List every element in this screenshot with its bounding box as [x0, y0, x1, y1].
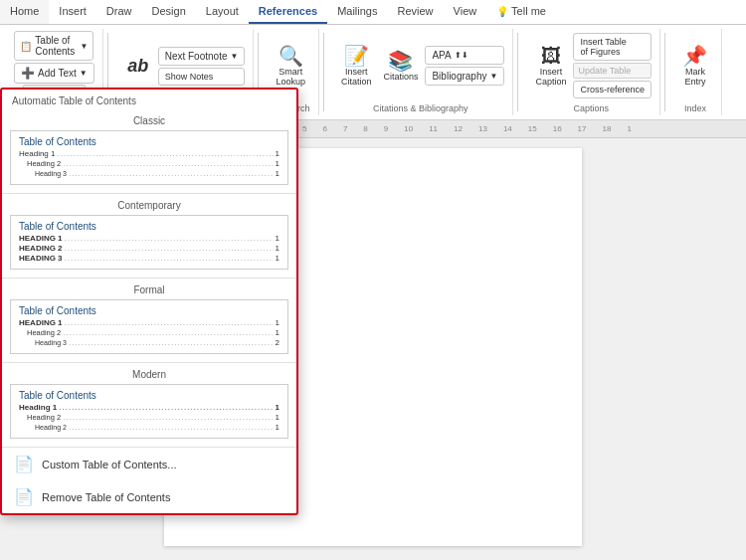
bibliography-button[interactable]: Bibliography ▼ — [425, 67, 504, 86]
show-notes-button[interactable]: Show Notes — [158, 68, 246, 86]
contemporary-line-2: HEADING 2 ..............................… — [19, 244, 280, 253]
insert-citation-button[interactable]: 📝 InsertCitation — [336, 43, 377, 90]
smart-lookup-label: SmartLookup — [276, 67, 305, 87]
contemporary-line-3: HEADING 3 ..............................… — [19, 254, 280, 263]
toc-section-classic: Classic Table of Contents Heading 1 ....… — [2, 109, 296, 193]
tab-draw[interactable]: Draw — [96, 0, 142, 24]
toc-label: Table ofContents — [35, 35, 75, 57]
modern-toc-title: Table of Contents — [19, 390, 280, 401]
tab-mailings[interactable]: Mailings — [327, 0, 387, 24]
toc-button[interactable]: 📋 Table ofContents ▼ — [14, 31, 93, 61]
next-footnote-button[interactable]: Next Footnote ▼ — [158, 47, 246, 66]
footnote-icon: ab — [127, 57, 148, 75]
formal-line-1: HEADING 1 ..............................… — [19, 318, 280, 327]
classic-line-3: Heading 3 ..............................… — [19, 169, 280, 178]
mark-entry-label: MarkEntry — [684, 67, 705, 87]
modern-line-3: Heading 2 ..............................… — [19, 423, 280, 432]
tab-layout[interactable]: Layout — [196, 0, 249, 24]
caption-icon: 🖼 — [541, 46, 561, 66]
classic-line-1: Heading 1 ..............................… — [19, 149, 280, 158]
contemporary-line-1: HEADING 1 ..............................… — [19, 234, 280, 243]
toc-icon: 📋 — [20, 41, 32, 52]
style-selector[interactable]: APA ⬆⬇ — [425, 46, 504, 65]
insert-citation-label: InsertCitation — [341, 67, 372, 87]
style-chevron: ⬆⬇ — [455, 51, 468, 60]
add-text-icon: ➕ — [21, 67, 35, 80]
add-text-button[interactable]: ➕ Add Text ▼ — [14, 63, 94, 84]
remove-toc-icon: 📄 — [14, 487, 34, 506]
custom-toc-icon: 📄 — [14, 455, 34, 473]
tab-view[interactable]: View — [444, 0, 487, 24]
toc-chevron: ▼ — [80, 42, 88, 51]
captions-group-label: Captions — [573, 100, 609, 113]
toc-classic-box[interactable]: Table of Contents Heading 1 ............… — [10, 130, 288, 185]
citations-group-label: Citations & Bibliography — [373, 100, 468, 113]
formal-toc-title: Table of Contents — [19, 305, 280, 316]
formal-label: Formal — [10, 282, 288, 299]
remove-toc-label: Remove Table of Contents — [42, 491, 170, 503]
index-items: 📌 MarkEntry — [677, 31, 713, 100]
formal-line-3: Heading 3 ..............................… — [19, 338, 280, 347]
citation-icon: 📝 — [344, 46, 369, 66]
contemporary-toc-title: Table of Contents — [19, 221, 280, 232]
insert-caption-button[interactable]: 🖼 InsertCaption — [530, 43, 571, 90]
smart-lookup-icon: 🔍 — [279, 46, 303, 66]
bibliography-label: Bibliography — [432, 71, 486, 82]
separator-5 — [664, 33, 665, 111]
toc-section-formal: Formal Table of Contents HEADING 1 .....… — [2, 279, 296, 362]
toc-contemporary-box[interactable]: Table of Contents HEADING 1 ............… — [10, 215, 288, 270]
toc-modern-box[interactable]: Table of Contents Heading 1 ............… — [10, 384, 288, 439]
tab-tell-me[interactable]: 💡 Tell me — [486, 0, 556, 24]
next-footnote-chevron: ▼ — [230, 52, 238, 61]
bib-chevron: ▼ — [490, 72, 498, 81]
mark-entry-icon: 📌 — [682, 46, 707, 66]
modern-label: Modern — [10, 367, 288, 384]
insert-footnote-button[interactable]: ab — [120, 54, 156, 79]
toc-dropdown-panel: Automatic Table of Contents Classic Tabl… — [0, 88, 298, 515]
tab-home[interactable]: Home — [0, 0, 49, 24]
formal-line-2: Heading 2 ..............................… — [19, 328, 280, 337]
classic-label: Classic — [10, 113, 288, 130]
tab-review[interactable]: Review — [388, 0, 444, 24]
classic-line-2: Heading 2 ..............................… — [19, 159, 280, 168]
toc-section-contemporary: Contemporary Table of Contents HEADING 1… — [2, 194, 296, 278]
add-text-chevron: ▼ — [80, 69, 88, 78]
classic-toc-title: Table of Contents — [19, 136, 280, 147]
dropdown-header: Automatic Table of Contents — [2, 90, 296, 109]
tab-references[interactable]: References — [249, 0, 327, 24]
custom-toc-label: Custom Table of Contents... — [42, 459, 177, 470]
custom-toc-action[interactable]: 📄 Custom Table of Contents... — [2, 448, 296, 480]
cross-ref-button[interactable]: Cross-reference — [573, 81, 652, 98]
add-text-label: Add Text — [38, 68, 77, 79]
toc-section-modern: Modern Table of Contents Heading 1 .....… — [2, 363, 296, 447]
group-citations: 📝 InsertCitation 📚 Citations APA ⬆⬇ Bibl… — [328, 29, 514, 115]
remove-toc-action[interactable]: 📄 Remove Table of Contents — [2, 480, 296, 513]
next-footnote-label: Next Footnote — [165, 51, 228, 62]
tab-design[interactable]: Design — [142, 0, 196, 24]
update-table-captions-button[interactable]: Update Table — [573, 63, 652, 79]
smart-lookup-button[interactable]: 🔍 SmartLookup — [271, 43, 310, 90]
captions-items: 🖼 InsertCaption Insert Tableof Figures U… — [530, 31, 652, 100]
separator-4 — [517, 33, 518, 111]
citations-label: Citations — [383, 72, 418, 82]
contemporary-label: Contemporary — [10, 198, 288, 215]
modern-line-2: Heading 2 ..............................… — [19, 413, 280, 422]
citations-icon: 📚 — [388, 51, 413, 71]
separator-3 — [323, 33, 324, 111]
main-area: Automatic Table of Contents Classic Tabl… — [0, 138, 746, 560]
citations-button[interactable]: 📚 Citations — [378, 48, 423, 85]
toc-formal-box[interactable]: Table of Contents HEADING 1 ............… — [10, 299, 288, 354]
tab-insert[interactable]: Insert — [49, 0, 96, 24]
insert-caption-label: InsertCaption — [535, 67, 566, 87]
insert-table-figs-button[interactable]: Insert Tableof Figures — [573, 33, 652, 61]
citations-items: 📝 InsertCitation 📚 Citations APA ⬆⬇ Bibl… — [336, 31, 505, 100]
group-captions: 🖼 InsertCaption Insert Tableof Figures U… — [522, 29, 660, 115]
style-label: APA — [432, 50, 451, 61]
mark-entry-button[interactable]: 📌 MarkEntry — [677, 43, 713, 90]
ribbon-tabs: Home Insert Draw Design Layout Reference… — [0, 0, 746, 25]
ruler-marks: 567891011121314151617181 — [302, 124, 632, 133]
group-index: 📌 MarkEntry Index — [669, 29, 722, 115]
modern-line-1: Heading 1 ..............................… — [19, 403, 280, 412]
index-group-label: Index — [684, 100, 706, 113]
